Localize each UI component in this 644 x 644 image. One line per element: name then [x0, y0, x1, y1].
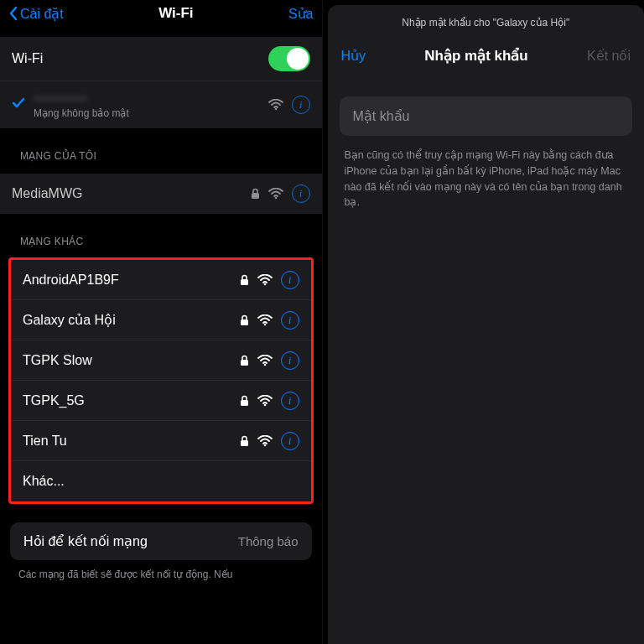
sheet-bar: Hủy Nhập mật khẩu Kết nối	[328, 37, 645, 75]
password-prompt-screen: Nhập mật khẩu cho "Galaxy của Hội" Hủy N…	[323, 0, 645, 644]
svg-point-2	[274, 197, 277, 200]
svg-rect-9	[241, 400, 248, 406]
chevron-left-icon	[8, 6, 18, 21]
connect-button[interactable]: Kết nối	[587, 48, 631, 64]
svg-rect-7	[241, 360, 248, 366]
sheet-caption: Nhập mật khẩu cho "Galaxy của Hội"	[328, 5, 645, 37]
back-button[interactable]: Cài đặt	[8, 6, 64, 22]
wifi-toggle[interactable]	[268, 46, 310, 71]
info-icon[interactable]: i	[281, 271, 299, 289]
wifi-signal-icon	[257, 435, 273, 447]
svg-point-12	[263, 444, 266, 446]
lock-icon	[240, 395, 249, 407]
other-label: Khác...	[23, 474, 299, 489]
connected-network-row[interactable]: ———— Mạng không bảo mật i	[0, 81, 322, 128]
svg-point-10	[263, 403, 266, 406]
back-label: Cài đặt	[20, 6, 64, 22]
password-sheet: Nhập mật khẩu cho "Galaxy của Hội" Hủy N…	[328, 5, 645, 644]
svg-point-6	[263, 323, 266, 325]
my-networks-header: MẠNG CỦA TÔI	[0, 135, 322, 167]
other-networks-group: AndroidAP1B9F i Galaxy của Hội i TGPK Sl…	[11, 260, 311, 501]
network-name: Galaxy của Hội	[23, 312, 240, 328]
other-networks-header: MẠNG KHÁC	[0, 221, 322, 252]
svg-rect-5	[241, 319, 248, 325]
network-name: AndroidAP1B9F	[23, 273, 240, 288]
info-icon[interactable]: i	[281, 392, 299, 410]
info-icon[interactable]: i	[281, 351, 299, 370]
svg-point-8	[263, 363, 266, 366]
wifi-signal-icon	[257, 395, 273, 407]
network-name: Tien Tu	[23, 434, 240, 449]
wifi-main-group: Wi-Fi ———— Mạng không bảo mật i	[0, 37, 322, 128]
footer-text: Các mạng đã biết sẽ được kết nối tự động…	[0, 564, 322, 587]
network-row[interactable]: Tien Tu i	[11, 421, 311, 461]
password-input[interactable]: Mật khẩu	[340, 96, 633, 136]
helper-text: Bạn cũng có thể truy cập mạng Wi-Fi này …	[328, 144, 645, 214]
info-icon[interactable]: i	[292, 184, 310, 203]
wifi-signal-icon	[268, 99, 283, 111]
page-title: Wi-Fi	[158, 5, 193, 22]
lock-icon	[240, 435, 249, 447]
ask-to-join-row[interactable]: Hỏi để kết nối mạng Thông báo	[10, 522, 312, 560]
ask-label: Hỏi để kết nối mạng	[23, 533, 148, 549]
info-icon[interactable]: i	[281, 311, 299, 330]
network-row[interactable]: TGPK_5G i	[11, 381, 311, 421]
lock-icon	[251, 188, 260, 200]
svg-point-0	[274, 108, 277, 111]
wifi-signal-icon	[257, 314, 273, 326]
lock-icon	[240, 274, 249, 286]
sheet-title: Nhập mật khẩu	[424, 47, 528, 65]
connected-network-name: ————	[34, 91, 268, 106]
wifi-signal-icon	[268, 188, 283, 200]
wifi-toggle-label: Wi-Fi	[12, 51, 268, 66]
svg-rect-3	[241, 279, 248, 285]
checkmark-icon	[12, 97, 27, 112]
wifi-settings-screen: Cài đặt Wi-Fi Sửa Wi-Fi ———— Mạng không …	[0, 0, 323, 644]
ask-value: Thông báo	[238, 534, 299, 548]
edit-button[interactable]: Sửa	[288, 6, 314, 22]
wifi-signal-icon	[257, 355, 273, 366]
info-icon[interactable]: i	[292, 96, 310, 114]
svg-rect-1	[252, 193, 259, 199]
navbar: Cài đặt Wi-Fi Sửa	[0, 0, 322, 30]
network-row[interactable]: TGPK Slow i	[11, 340, 311, 381]
wifi-toggle-row: Wi-Fi	[0, 37, 322, 81]
network-row[interactable]: AndroidAP1B9F i	[11, 260, 311, 300]
network-name: TGPK Slow	[23, 353, 240, 368]
cancel-button[interactable]: Hủy	[341, 48, 366, 64]
my-networks-group: MediaMWG i	[0, 174, 322, 214]
network-name: MediaMWG	[12, 186, 251, 201]
other-network-row[interactable]: Khác...	[11, 461, 311, 501]
lock-icon	[240, 314, 249, 326]
wifi-signal-icon	[257, 274, 273, 286]
network-row[interactable]: MediaMWG i	[0, 174, 322, 214]
lock-icon	[240, 355, 249, 366]
highlighted-region: AndroidAP1B9F i Galaxy của Hội i TGPK Sl…	[8, 257, 314, 504]
network-name: TGPK_5G	[23, 393, 240, 408]
connected-network-sub: Mạng không bảo mật	[34, 107, 268, 119]
svg-point-4	[263, 283, 266, 285]
network-row[interactable]: Galaxy của Hội i	[11, 300, 311, 340]
info-icon[interactable]: i	[281, 432, 299, 450]
svg-rect-11	[241, 440, 248, 446]
